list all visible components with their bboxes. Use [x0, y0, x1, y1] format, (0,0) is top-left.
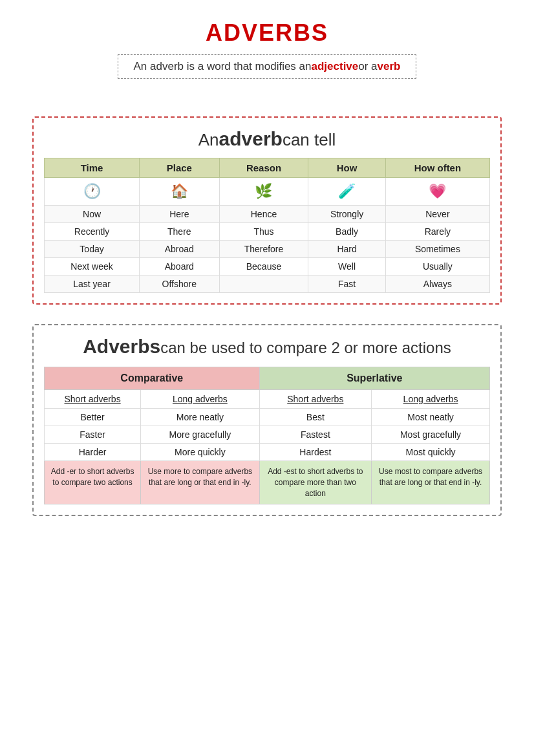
- subtitle-box: An adverb is a word that modifies an adj…: [118, 54, 417, 79]
- header-time: Time: [45, 158, 140, 178]
- how-4: Well: [308, 258, 385, 275]
- icon-reason: 🌿: [219, 178, 308, 206]
- compare-row-3: Harder More quickly Hardest Most quickly: [45, 444, 490, 461]
- bottom-section-title: Adverbscan be used to compare 2 or more …: [44, 336, 490, 358]
- compare-row-1: Better More neatly Best Most neatly: [45, 409, 490, 426]
- sub-header-short-comp: Short adverbs: [45, 390, 141, 409]
- comparative-header: Comparative: [45, 367, 260, 390]
- top-title-post: can tell: [283, 130, 336, 149]
- howoften-4: Usually: [385, 258, 489, 275]
- adverb-icon-row: 🕐 🏠 🌿 🧪 💗: [45, 178, 490, 206]
- icon-how-often: 💗: [385, 178, 489, 206]
- how-5: Fast: [308, 275, 385, 293]
- subtitle-mid: or a: [358, 60, 377, 73]
- note-long-comp: Use more to compare adverbs that are lon…: [141, 461, 259, 504]
- how-3: Hard: [308, 241, 385, 258]
- howoften-1: Never: [385, 206, 489, 223]
- super-long-2: Most gracefully: [372, 426, 490, 444]
- time-4: Next week: [45, 258, 140, 275]
- sub-header-short-super: Short adverbs: [259, 390, 371, 409]
- page-title: ADVERBS: [32, 19, 502, 47]
- compare-table: Comparative Superlative Short adverbs Lo…: [44, 367, 490, 504]
- compare-header-row: Comparative Superlative: [45, 367, 490, 390]
- reason-1: Hence: [219, 206, 308, 223]
- adverb-row-2: Recently There Thus Badly Rarely: [45, 223, 490, 241]
- super-long-3: Most quickly: [372, 444, 490, 461]
- top-section: Anadverbcan tell Time Place Reason How H…: [32, 116, 502, 305]
- subtitle-adjective: adjective: [312, 60, 359, 73]
- place-5: Offshore: [140, 275, 219, 293]
- header-how-often: How often: [385, 158, 489, 178]
- adverb-header-row: Time Place Reason How How often: [45, 158, 490, 178]
- comp-short-2: Faster: [45, 426, 141, 444]
- compare-note-row: Add -er to short adverbs to compare two …: [45, 461, 490, 504]
- icon-how: 🧪: [308, 178, 385, 206]
- place-4: Aboard: [140, 258, 219, 275]
- bottom-title-adverbs: Adverbs: [83, 336, 160, 357]
- time-2: Recently: [45, 223, 140, 241]
- reason-3: Therefore: [219, 241, 308, 258]
- reason-5: [219, 275, 308, 293]
- adverb-row-5: Last year Offshore Fast Always: [45, 275, 490, 293]
- comp-long-1: More neatly: [141, 409, 259, 426]
- reason-4: Because: [219, 258, 308, 275]
- comp-short-3: Harder: [45, 444, 141, 461]
- reason-2: Thus: [219, 223, 308, 241]
- sub-header-long-comp: Long adverbs: [141, 390, 259, 409]
- header-place: Place: [140, 158, 219, 178]
- header-how: How: [308, 158, 385, 178]
- super-short-2: Fastest: [259, 426, 371, 444]
- howoften-3: Sometimes: [385, 241, 489, 258]
- super-short-3: Hardest: [259, 444, 371, 461]
- time-1: Now: [45, 206, 140, 223]
- top-section-title: Anadverbcan tell: [44, 128, 490, 150]
- adverb-row-3: Today Abroad Therefore Hard Sometimes: [45, 241, 490, 258]
- adverb-row-4: Next week Aboard Because Well Usually: [45, 258, 490, 275]
- comp-long-3: More quickly: [141, 444, 259, 461]
- top-title-adverb: adverb: [219, 128, 283, 149]
- subtitle-verb: verb: [378, 60, 401, 73]
- note-short-super: Add -est to short adverbs to compare mor…: [259, 461, 371, 504]
- place-3: Abroad: [140, 241, 219, 258]
- note-short-comp: Add -er to short adverbs to compare two …: [45, 461, 141, 504]
- place-2: There: [140, 223, 219, 241]
- icon-time: 🕐: [45, 178, 140, 206]
- sub-header-long-super: Long adverbs: [372, 390, 490, 409]
- icon-place: 🏠: [140, 178, 219, 206]
- superlative-header: Superlative: [259, 367, 489, 390]
- how-1: Strongly: [308, 206, 385, 223]
- howoften-2: Rarely: [385, 223, 489, 241]
- comp-long-2: More gracefully: [141, 426, 259, 444]
- time-5: Last year: [45, 275, 140, 293]
- how-2: Badly: [308, 223, 385, 241]
- bottom-section: Adverbscan be used to compare 2 or more …: [32, 324, 502, 516]
- compare-sub-header: Short adverbs Long adverbs Short adverbs…: [45, 390, 490, 409]
- comp-short-1: Better: [45, 409, 141, 426]
- subtitle-pre: An adverb is a word that modifies an: [134, 60, 312, 73]
- header-reason: Reason: [219, 158, 308, 178]
- top-title-pre: An: [198, 130, 219, 149]
- adverb-table: Time Place Reason How How often 🕐 🏠 🌿 🧪 …: [44, 158, 490, 293]
- super-long-1: Most neatly: [372, 409, 490, 426]
- howoften-5: Always: [385, 275, 489, 293]
- super-short-1: Best: [259, 409, 371, 426]
- compare-row-2: Faster More gracefully Fastest Most grac…: [45, 426, 490, 444]
- note-long-super: Use most to compare adverbs that are lon…: [372, 461, 490, 504]
- adverb-row-1: Now Here Hence Strongly Never: [45, 206, 490, 223]
- bottom-title-post: can be used to compare 2 or more actions: [160, 339, 451, 356]
- place-1: Here: [140, 206, 219, 223]
- time-3: Today: [45, 241, 140, 258]
